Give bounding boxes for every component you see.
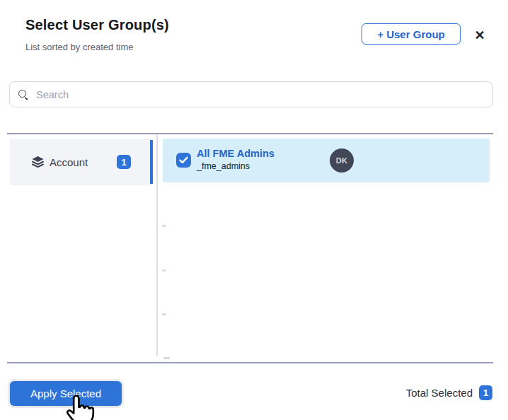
group-id: _fme_admins	[197, 161, 250, 171]
apply-selected-button[interactable]: Apply Selected	[10, 381, 122, 406]
close-button[interactable]: ✕	[471, 26, 489, 45]
total-selected: Total Selected 1	[406, 385, 492, 400]
list-top-divider	[7, 133, 493, 134]
list-dot	[162, 313, 166, 315]
avatar: DK	[330, 148, 354, 173]
total-selected-label: Total Selected	[406, 387, 473, 399]
close-icon: ✕	[474, 28, 485, 43]
footer-divider	[7, 362, 493, 363]
active-category-indicator	[150, 140, 153, 184]
select-user-groups-dialog: Select User Group(s) List sorted by crea…	[0, 0, 508, 420]
group-checkbox[interactable]	[176, 153, 191, 168]
sidebar-item-account[interactable]: Account 1	[10, 139, 153, 185]
group-name: All FME Admins	[197, 148, 275, 159]
category-count-badge: 1	[117, 155, 131, 169]
list-dot	[162, 225, 166, 227]
checkmark-icon	[179, 156, 188, 164]
search-input[interactable]	[35, 88, 492, 101]
total-selected-badge: 1	[479, 385, 492, 400]
search-box	[9, 81, 493, 107]
sort-hint-text: List sorted by created time	[25, 42, 133, 52]
list-item-group[interactable]: All FME Admins _fme_admins DK	[163, 139, 490, 182]
page-title: Select User Group(s)	[25, 17, 169, 33]
list-dot	[162, 269, 166, 272]
add-user-group-button[interactable]: + User Group	[362, 23, 461, 45]
panel-divider	[156, 135, 158, 356]
list-dot	[163, 357, 170, 359]
layers-icon	[31, 156, 45, 168]
search-icon	[18, 90, 28, 99]
category-label: Account	[50, 156, 88, 168]
